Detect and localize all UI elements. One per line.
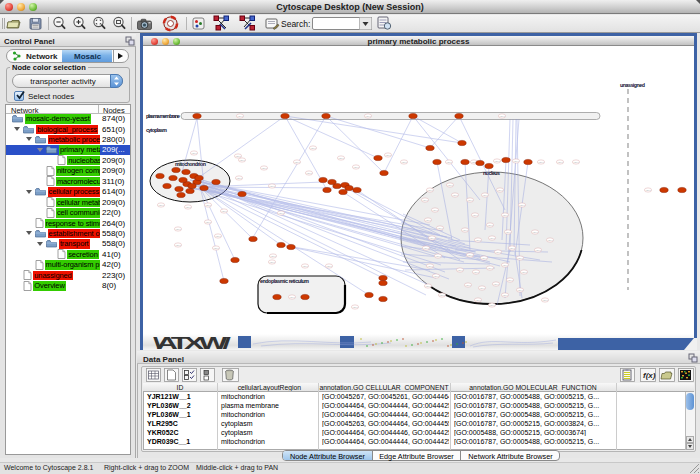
svg-text:Ybx-x: Ybx-x bbox=[507, 279, 513, 281]
svg-text:Ybx-x: Ybx-x bbox=[475, 239, 481, 241]
svg-text:Ybx-x: Ybx-x bbox=[352, 306, 358, 308]
svg-text:Ybx-x: Ybx-x bbox=[237, 115, 243, 117]
svg-text:unassigned: unassigned bbox=[620, 82, 645, 88]
svg-text:Ybx-x: Ybx-x bbox=[213, 247, 219, 249]
svg-text:Ybx-x: Ybx-x bbox=[499, 115, 505, 117]
svg-text:Ybx-x: Ybx-x bbox=[509, 247, 515, 249]
svg-text:Ybx-x: Ybx-x bbox=[497, 189, 503, 191]
svg-text:Ybx-x: Ybx-x bbox=[489, 237, 495, 239]
svg-text:Ybx-x: Ybx-x bbox=[489, 304, 495, 306]
svg-text:Ybx-x: Ybx-x bbox=[481, 257, 487, 259]
svg-text:Ybx-x: Ybx-x bbox=[472, 214, 478, 216]
svg-text:Ybx-x: Ybx-x bbox=[473, 271, 479, 273]
svg-text:Ybx-x: Ybx-x bbox=[487, 267, 493, 269]
svg-text:cytoplasm: cytoplasm bbox=[146, 127, 167, 133]
svg-text:Ybx-x: Ybx-x bbox=[467, 199, 473, 201]
svg-text:Ybx-x: Ybx-x bbox=[236, 177, 242, 179]
svg-text:Ybx-x: Ybx-x bbox=[429, 237, 435, 239]
svg-text:Ybx-x: Ybx-x bbox=[452, 194, 458, 196]
svg-text:Ybx-x: Ybx-x bbox=[517, 257, 523, 259]
svg-text:Ybx-x: Ybx-x bbox=[269, 185, 275, 187]
svg-text:Ybx-x: Ybx-x bbox=[467, 254, 473, 256]
svg-text:Ybx-x: Ybx-x bbox=[205, 221, 211, 223]
svg-text:Ybx-x: Ybx-x bbox=[547, 239, 553, 241]
svg-text:Ybx-x: Ybx-x bbox=[294, 161, 300, 163]
svg-text:Ybx-x: Ybx-x bbox=[495, 251, 501, 253]
svg-text:Ybx-x: Ybx-x bbox=[270, 255, 276, 257]
svg-text:Ybx-x: Ybx-x bbox=[191, 152, 197, 154]
svg-text:Ybx-x: Ybx-x bbox=[302, 265, 308, 267]
svg-text:Ybx-x: Ybx-x bbox=[269, 261, 275, 263]
svg-text:Ybx-x: Ybx-x bbox=[432, 209, 438, 211]
svg-text:Ybx-x: Ybx-x bbox=[239, 159, 245, 161]
svg-text:Ybx-x: Ybx-x bbox=[513, 160, 519, 162]
svg-text:endoplasmic reticulum: endoplasmic reticulum bbox=[260, 278, 309, 284]
svg-text:Ybx-x: Ybx-x bbox=[306, 172, 312, 174]
svg-text:Ybx-x: Ybx-x bbox=[557, 161, 563, 163]
svg-text:Ybx-x: Ybx-x bbox=[517, 289, 523, 291]
svg-text:Ybx-x: Ybx-x bbox=[645, 189, 651, 191]
svg-text:Ybx-x: Ybx-x bbox=[538, 161, 544, 163]
svg-text:Ybx-x: Ybx-x bbox=[502, 264, 508, 266]
svg-text:Ybx-x: Ybx-x bbox=[475, 299, 481, 301]
svg-text:Ybx-x: Ybx-x bbox=[439, 294, 445, 296]
svg-text:Ybx-x: Ybx-x bbox=[519, 204, 525, 206]
svg-text:Ybx-x: Ybx-x bbox=[482, 194, 488, 196]
svg-text:Ybx-x: Ybx-x bbox=[542, 299, 548, 301]
svg-text:Ybx-x: Ybx-x bbox=[535, 249, 541, 251]
svg-text:Ybx-x: Ybx-x bbox=[446, 161, 452, 163]
svg-text:plasma membrane: plasma membrane bbox=[146, 113, 180, 119]
svg-text:Ybx-x: Ybx-x bbox=[185, 206, 191, 208]
svg-text:Ybx-x: Ybx-x bbox=[326, 265, 332, 267]
svg-text:f(x): f(x) bbox=[643, 371, 656, 380]
svg-text:Ybx-x: Ybx-x bbox=[221, 210, 227, 212]
svg-text:Ybx-x: Ybx-x bbox=[175, 228, 181, 230]
svg-text:Ybx-x: Ybx-x bbox=[422, 199, 428, 201]
svg-text:Ybx-x: Ybx-x bbox=[423, 247, 429, 249]
svg-text:Ybx-x: Ybx-x bbox=[437, 227, 443, 229]
svg-text:Ybx-x: Ybx-x bbox=[205, 204, 211, 206]
svg-text:Ybx-x: Ybx-x bbox=[573, 161, 579, 163]
svg-text:Ybx-x: Ybx-x bbox=[433, 275, 439, 277]
svg-text:Ybx-x: Ybx-x bbox=[493, 283, 499, 285]
svg-text:Ybx-x: Ybx-x bbox=[215, 235, 221, 237]
svg-text:Ybx-x: Ybx-x bbox=[158, 204, 164, 206]
svg-text:Ybx-x: Ybx-x bbox=[435, 255, 441, 257]
svg-text:Ybx-x: Ybx-x bbox=[532, 231, 538, 233]
svg-text:Ybx-x: Ybx-x bbox=[494, 160, 500, 162]
svg-text:Ybx-x: Ybx-x bbox=[175, 244, 181, 246]
svg-text:Ybx-x: Ybx-x bbox=[365, 115, 371, 117]
svg-text:Ybx-x: Ybx-x bbox=[465, 284, 471, 286]
svg-text:Ybx-x: Ybx-x bbox=[502, 294, 508, 296]
svg-text:Ybx-x: Ybx-x bbox=[289, 296, 295, 298]
svg-text:Ybx-x: Ybx-x bbox=[521, 271, 527, 273]
svg-text:Ybx-x: Ybx-x bbox=[353, 166, 359, 168]
svg-text:Ybx-x: Ybx-x bbox=[425, 285, 431, 287]
svg-text:Ybx-x: Ybx-x bbox=[261, 167, 267, 169]
svg-text:Ybx-x: Ybx-x bbox=[401, 161, 407, 163]
svg-text:Ybx-x: Ybx-x bbox=[447, 184, 453, 186]
svg-text:Ybx-x: Ybx-x bbox=[338, 157, 344, 159]
svg-text:Ybx-x: Ybx-x bbox=[457, 269, 463, 271]
svg-text:Ybx-x: Ybx-x bbox=[505, 231, 511, 233]
svg-text:Ybx-x: Ybx-x bbox=[235, 155, 241, 157]
svg-text:Ybx-x: Ybx-x bbox=[385, 154, 391, 156]
svg-text:Ybx-x: Ybx-x bbox=[425, 219, 431, 221]
svg-text:Ybx-x: Ybx-x bbox=[310, 147, 316, 149]
svg-text:Ybx-x: Ybx-x bbox=[502, 214, 508, 216]
svg-text:Ybx-x: Ybx-x bbox=[278, 212, 284, 214]
svg-text:Ybx-x: Ybx-x bbox=[479, 287, 485, 289]
svg-text:Ybx-x: Ybx-x bbox=[427, 189, 433, 191]
svg-text:Ybx-x: Ybx-x bbox=[487, 224, 493, 226]
svg-text:Ybx-x: Ybx-x bbox=[427, 265, 433, 267]
svg-text:Ybx-x: Ybx-x bbox=[462, 229, 468, 231]
